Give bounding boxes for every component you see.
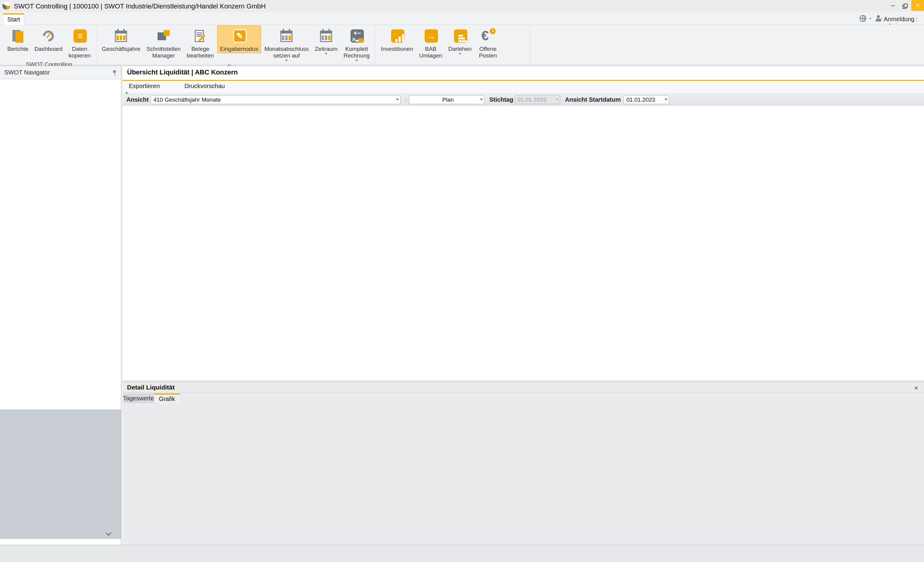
ribbon-button-komplett-rechnung[interactable]: +− ×▬Komplett Rechnung: [341, 26, 373, 62]
language-dropdown-icon[interactable]: [869, 18, 872, 19]
dropdown-arrow-icon: [355, 60, 358, 62]
ribbon-button-label: Dashboard: [34, 46, 63, 53]
ribbon-button-zeitraum[interactable]: Zeitraum: [312, 26, 340, 56]
month-close-icon: [278, 27, 295, 45]
startdatum-label: Ansicht Startdatum: [565, 96, 621, 103]
navigator-header: SWOT Navigator: [0, 66, 121, 79]
ribbon-button-eingabemodus[interactable]: ✎Eingabemodus: [217, 26, 261, 53]
ribbon-button-label: Offene Posten: [479, 46, 497, 59]
dashboard-icon: [40, 27, 57, 45]
loans-icon: [452, 27, 468, 45]
dropdown-arrow-icon: [324, 53, 327, 55]
ribbon-button-monatsabschluss-setzen-auf[interactable]: Monatsabschluss setzen auf: [262, 26, 312, 62]
copy-data-icon: ≡: [71, 27, 88, 45]
minimize-button[interactable]: –: [886, 0, 900, 11]
ribbon-button-gesch-ftsjahre[interactable]: Geschäftsjahre: [99, 26, 143, 53]
stichtag-date-field: 01.01.2023: [515, 95, 560, 104]
ribbon-button-daten-kopieren[interactable]: ≡Daten kopieren: [66, 26, 93, 60]
ribbon-button-label: BAB Umlagen: [419, 46, 442, 59]
export-button[interactable]: Exportieren: [126, 83, 160, 92]
ribbon-button-belege-bearbeiten[interactable]: Belege bearbeiten: [184, 26, 216, 60]
ribbon-tab-row: Start ✓ Anmeldung : admin: [0, 12, 924, 25]
ribbon-button-label: Belege bearbeiten: [187, 46, 214, 59]
stichtag-label: Stichtag: [489, 96, 513, 103]
ribbon: BerichteDashboard≡Daten kopierenSWOT Con…: [0, 25, 924, 65]
sidebar: SWOT Navigator ......: [0, 66, 121, 545]
filter-row: Ansicht 410 Geschäftsjahr Monate ⋮ Plan …: [123, 93, 924, 106]
detail-close-icon[interactable]: ×: [914, 384, 918, 392]
module-list: [0, 409, 121, 539]
ribbon-button-label: Eingabemodus: [220, 46, 258, 53]
ansicht-label: Ansicht: [126, 96, 148, 103]
ribbon-button-label: Zeitraum: [315, 46, 338, 53]
table-toolbar: Exportieren Druckvorschau: [123, 81, 924, 93]
ribbon-button-dashboard[interactable]: Dashboard: [32, 26, 65, 53]
liquidity-chart: [123, 403, 924, 544]
dropdown-arrow-icon: [285, 60, 288, 62]
ribbon-button-label: Monatsabschluss setzen auf: [264, 46, 309, 59]
ribbon-button-label: Geschäftsjahre: [102, 46, 141, 53]
detail-panel: Detail Liquidität × Tageswerte Grafik: [123, 382, 924, 544]
ribbon-button-darlehen[interactable]: Darlehen: [446, 26, 474, 56]
reports-icon: [9, 27, 26, 45]
investments-icon: [388, 27, 406, 45]
ribbon-button-investitionen[interactable]: Investitionen: [378, 26, 416, 53]
open-items-icon: €: [479, 27, 496, 45]
pin-icon[interactable]: [112, 70, 117, 75]
startdatum-date-field[interactable]: 01.01.2023: [624, 95, 669, 104]
ribbon-group-swot-controlling: BerichteDashboard≡Daten kopierenSWOT Con…: [2, 25, 96, 65]
window-title: SWOT Controlling | 1000100 | SWOT Indust…: [14, 2, 266, 10]
edit-documents-icon: [192, 27, 209, 45]
scenario-select[interactable]: Plan: [409, 95, 484, 104]
title-bar: SWOT Controlling | 1000100 | SWOT Indust…: [0, 0, 924, 12]
ribbon-button-schnittstellen-manager[interactable]: Schnittstellen Manager: [144, 26, 183, 60]
tab-grafik[interactable]: Grafik: [154, 394, 180, 403]
timeframe-icon: [318, 27, 334, 45]
page-title: Übersicht Liquidität | ABC Konzern: [127, 68, 238, 76]
print-preview-button[interactable]: Druckvorschau: [182, 83, 225, 92]
language-globe-icon[interactable]: [860, 15, 866, 22]
ribbon-button-debitorenanalyse[interactable]: [501, 26, 528, 45]
calendar-years-icon: [112, 27, 129, 45]
debtor-analysis-icon: [506, 27, 523, 45]
ribbon-button-label: Komplett Rechnung: [344, 46, 370, 59]
detail-rule: [123, 392, 924, 393]
dropdown-arrow-icon: [459, 53, 462, 55]
ansicht-select[interactable]: 410 Geschäftsjahr Monate: [151, 95, 400, 104]
navigator-title: SWOT Navigator: [4, 69, 50, 76]
status-bar: [0, 545, 924, 562]
ribbon-button-label: Schnittstellen Manager: [146, 46, 181, 59]
ribbon-button-label: Investitionen: [381, 46, 413, 53]
close-button[interactable]: ×: [911, 0, 924, 11]
ribbon-button-berichte[interactable]: Berichte: [4, 26, 31, 53]
ribbon-button-label: Darlehen: [448, 46, 471, 53]
restore-button[interactable]: [900, 0, 913, 11]
app-logo-icon: [2, 2, 10, 10]
main-pane: Übersicht Liquidität | ABC Konzern Expor…: [123, 66, 924, 380]
input-mode-icon: ✎: [231, 27, 248, 45]
filter-splitter[interactable]: ⋮: [404, 96, 409, 102]
ribbon-button-offene-posten[interactable]: €Offene Posten: [475, 26, 501, 60]
user-icon: ✓: [875, 15, 882, 23]
tab-tageswerte[interactable]: Tageswerte: [123, 394, 154, 403]
calculation-icon: +− ×▬: [348, 27, 365, 45]
detail-panel-title: Detail Liquidität: [127, 384, 175, 391]
interfaces-icon: [155, 27, 172, 45]
ribbon-group-detailpl-ne: Investitionen→BAB UmlagenDarlehen€Offene…: [375, 25, 531, 65]
tab-start[interactable]: Start: [3, 13, 24, 25]
ribbon-button-label: Daten kopieren: [69, 46, 91, 59]
app-window: SWOT Controlling | 1000100 | SWOT Indust…: [0, 0, 924, 562]
bab-icon: →: [422, 27, 439, 45]
ribbon-group-extern: GeschäftsjahreSchnittstellen ManagerBele…: [96, 25, 376, 65]
ribbon-button-label: Berichte: [7, 46, 28, 53]
ribbon-button-bab-umlagen[interactable]: →BAB Umlagen: [417, 26, 445, 60]
